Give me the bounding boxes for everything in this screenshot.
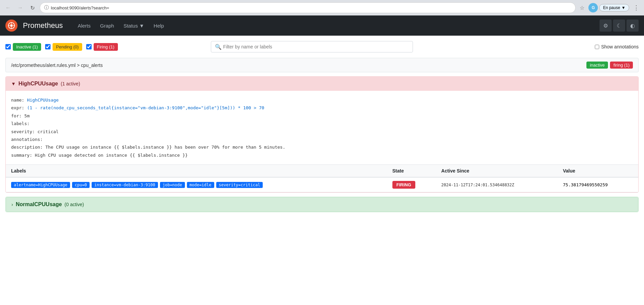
labels-key: labels: <box>11 120 30 127</box>
table-header-row: Labels State Active Since Value <box>6 165 638 178</box>
high-cpu-title: HighCPUUsage <box>19 81 58 87</box>
col-value: Value <box>557 165 638 178</box>
address-bar[interactable]: ⓘ localhost:9090/alerts?search= <box>40 2 576 13</box>
normal-cpu-title: NormalCPUUsage <box>16 201 62 207</box>
back-button[interactable]: ← <box>3 3 13 12</box>
bookmark-icon[interactable]: ☆ <box>578 3 586 12</box>
browser-chrome: ← → ↻ ⓘ localhost:9090/alerts?search= ☆ … <box>0 0 644 15</box>
active-since-value: 2024-11-12T17:24:01.534648832Z <box>441 183 514 187</box>
nav-alerts[interactable]: Alerts <box>74 20 95 31</box>
filepath-text: /etc/prometheus/alert.rules.yml > cpu_al… <box>11 63 103 68</box>
active-since-cell: 2024-11-12T17:24:01.534648832Z <box>436 177 557 192</box>
detail-annotations-line: annotations: <box>11 136 633 143</box>
settings-icon[interactable]: ⚙ <box>600 20 612 32</box>
state-cell: FIRING <box>387 177 436 192</box>
high-cpu-details: name: HighCPUUsage expr: (1 - rate(node_… <box>6 91 638 164</box>
nav-status[interactable]: Status ▼ <box>120 20 148 31</box>
en-pause-button[interactable]: En pause ▼ <box>599 4 629 11</box>
firing-checkbox[interactable] <box>86 44 92 49</box>
col-state: State <box>387 165 436 178</box>
forward-button[interactable]: → <box>15 3 25 12</box>
search-container: 🔍 <box>211 41 413 52</box>
for-value: 5m <box>24 112 30 120</box>
firing-state-badge: FIRING <box>392 181 415 189</box>
collapse-icon: ▼ <box>11 81 16 86</box>
detail-for-line: for: 5m <box>11 112 633 120</box>
label-tag: alertname=HighCPUUsage <box>11 182 70 188</box>
table-row: alertname=HighCPUUsagecpu=0instance=vm-d… <box>6 177 638 192</box>
detail-severity-line: severity: critical <box>11 128 633 136</box>
nav-help[interactable]: Help <box>150 20 168 31</box>
detail-name-line: name: HighCPUUsage <box>11 96 633 104</box>
inactive-badge[interactable]: Inactive (1) <box>13 43 41 51</box>
search-icon: 🔍 <box>215 44 222 50</box>
normal-cpu-header[interactable]: › NormalCPUUsage (0 active) <box>6 197 638 212</box>
col-active-since: Active Since <box>436 165 557 178</box>
reload-button[interactable]: ↻ <box>28 3 37 12</box>
expr-key: expr: <box>11 104 24 112</box>
moon-icon[interactable]: ☾ <box>613 20 625 32</box>
app-header: Prometheus Alerts Graph Status ▼ Help ⚙ … <box>0 15 644 36</box>
alert-filepath: /etc/prometheus/alert.rules.yml > cpu_al… <box>5 58 639 72</box>
url-text: localhost:9090/alerts?search= <box>51 5 571 10</box>
alert-table: Labels State Active Since Value alertnam… <box>6 164 638 192</box>
show-annotations-checkbox[interactable] <box>595 45 599 49</box>
profile-avatar: G <box>588 3 598 12</box>
label-tag: severity=critical <box>216 182 263 188</box>
search-input[interactable] <box>211 41 413 52</box>
inactive-filter-group: Inactive (1) <box>5 43 41 51</box>
high-cpu-count: (1 active) <box>61 81 80 86</box>
value-cell: 75.38179469550259 <box>557 177 638 192</box>
chevron-down-icon: ▼ <box>139 23 144 29</box>
firing-status-badge: firing (1) <box>610 62 633 69</box>
app-title: Prometheus <box>23 21 63 30</box>
for-key: for: <box>11 112 22 120</box>
pending-filter-group: Pending (0) <box>45 43 82 51</box>
header-icons: ⚙ ☾ ◐ <box>600 20 639 32</box>
main-nav: Alerts Graph Status ▼ Help <box>74 20 168 31</box>
label-tag: instance=vm-debian-3:9100 <box>92 182 158 188</box>
high-cpu-header[interactable]: ▼ HighCPUUsage (1 active) <box>6 77 638 91</box>
contrast-icon[interactable]: ◐ <box>626 20 639 32</box>
browser-menu-icon[interactable]: ⋮ <box>632 3 641 13</box>
firing-badge[interactable]: Firing (1) <box>94 43 118 51</box>
normal-cpu-count: (0 active) <box>65 202 84 207</box>
chevron-down-icon: ▼ <box>621 5 625 10</box>
severity-value: severity: critical <box>11 128 59 136</box>
normal-cpu-alert-section: › NormalCPUUsage (0 active) <box>5 197 639 212</box>
nav-graph[interactable]: Graph <box>96 20 118 31</box>
label-tag: job=node <box>160 182 185 188</box>
info-icon: ⓘ <box>44 5 49 11</box>
detail-labels-line: labels: <box>11 120 633 127</box>
name-key: name: <box>11 96 24 104</box>
name-value: HighCPUUsage <box>27 96 59 104</box>
description-value: description: The CPU usage on instance {… <box>11 143 285 151</box>
filepath-badges: inactive firing (1) <box>586 62 633 69</box>
app-logo <box>5 20 18 32</box>
summary-value: summary: High CPU usage detected on inst… <box>11 151 188 159</box>
detail-summary-line: summary: High CPU usage detected on inst… <box>11 151 633 159</box>
pending-checkbox[interactable] <box>45 44 51 49</box>
expr-value: (1 - rate(node_cpu_seconds_total{instanc… <box>27 104 264 112</box>
filter-bar: Inactive (1) Pending (0) Firing (1) 🔍 Sh… <box>5 41 639 52</box>
inactive-checkbox[interactable] <box>5 44 11 49</box>
expand-icon: › <box>11 202 13 207</box>
annotations-key: annotations: <box>11 136 43 143</box>
detail-description-line: description: The CPU usage on instance {… <box>11 143 633 151</box>
label-tags: alertname=HighCPUUsagecpu=0instance=vm-d… <box>11 182 382 188</box>
main-content: Inactive (1) Pending (0) Firing (1) 🔍 Sh… <box>0 36 644 305</box>
labels-cell: alertname=HighCPUUsagecpu=0instance=vm-d… <box>6 177 387 192</box>
label-tag: cpu=0 <box>72 182 90 188</box>
inactive-status-badge: inactive <box>586 62 608 69</box>
high-cpu-alert-section: ▼ HighCPUUsage (1 active) name: HighCPUU… <box>5 76 639 193</box>
label-tag: mode=idle <box>187 182 214 188</box>
detail-expr-line: expr: (1 - rate(node_cpu_seconds_total{i… <box>11 104 633 112</box>
firing-filter-group: Firing (1) <box>86 43 118 51</box>
col-labels: Labels <box>6 165 387 178</box>
show-annotations-label[interactable]: Show annotations <box>595 44 639 49</box>
svg-point-1 <box>10 24 12 27</box>
pending-badge[interactable]: Pending (0) <box>53 43 82 51</box>
